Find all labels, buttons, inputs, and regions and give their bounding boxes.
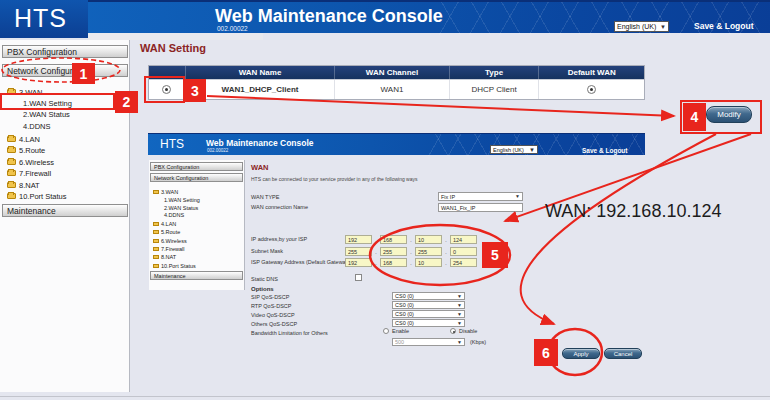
static-dns-checkbox[interactable] bbox=[355, 274, 362, 281]
row-select-radio[interactable] bbox=[162, 85, 171, 94]
ip-octet-input[interactable]: 192 bbox=[345, 235, 372, 244]
mask-octet-input[interactable]: 255 bbox=[380, 247, 407, 256]
cell-wan-name: WAN1_DHCP_Client bbox=[186, 80, 335, 99]
table-row: WAN1_DHCP_Client WAN1 DHCP Client bbox=[149, 79, 644, 99]
folder-icon bbox=[153, 264, 159, 268]
sidebar-item-wan[interactable]: 3.WAN bbox=[0, 87, 128, 97]
inset-item-lan[interactable]: 4.LAN bbox=[149, 220, 244, 227]
gateway-label: ISP Gateway Address (Default Gateway) bbox=[251, 259, 350, 265]
video-qos-select[interactable]: CS0 (0) ▼ bbox=[392, 310, 465, 318]
chevron-down-icon: ▼ bbox=[457, 340, 462, 345]
sidebar-item-ddns[interactable]: 4.DDNS bbox=[0, 121, 128, 131]
inset-item-port-status[interactable]: 10.Port Status bbox=[149, 262, 244, 269]
ip-address-row: 192.168.10.124 bbox=[345, 235, 477, 244]
inset-section-pbx[interactable]: PBX Configuration bbox=[150, 162, 243, 171]
mask-octet-input[interactable]: 0 bbox=[450, 247, 477, 256]
header-ledge bbox=[88, 33, 263, 40]
sidebar-section-network[interactable]: Network Configuration bbox=[2, 64, 128, 77]
gateway-row: 192.168.10.254 bbox=[345, 258, 477, 267]
sidebar: PBX Configuration Network Configuration … bbox=[0, 40, 130, 392]
sidebar-section-maintenance[interactable]: Maintenance bbox=[2, 204, 128, 217]
rtp-qos-select[interactable]: CS0 (0) ▼ bbox=[392, 301, 465, 309]
page-title: WAN Setting bbox=[140, 42, 206, 54]
apply-button[interactable]: Apply bbox=[562, 348, 600, 359]
sidebar-item-nat[interactable]: 8.NAT bbox=[0, 180, 128, 190]
logo-tab: HTS bbox=[0, 0, 88, 38]
inset-item-route[interactable]: 5.Route bbox=[149, 228, 244, 235]
bandwidth-value-select[interactable]: 500 ▼ bbox=[392, 338, 465, 346]
mask-octet-input[interactable]: 255 bbox=[415, 247, 442, 256]
inset-item-wan-status[interactable]: 2.WAN Status bbox=[149, 204, 244, 211]
folder-icon bbox=[7, 182, 16, 188]
sidebar-item-wireless[interactable]: 6.Wireless bbox=[0, 157, 128, 167]
ip-octet-input[interactable]: 124 bbox=[450, 235, 477, 244]
sidebar-item-wan-status[interactable]: 2.WAN Status bbox=[0, 109, 128, 119]
sip-qos-label: SIP QoS-DSCP bbox=[251, 294, 289, 300]
chevron-down-icon: ▼ bbox=[457, 303, 462, 308]
step-marker-5: 5 bbox=[482, 242, 508, 268]
sidebar-item-lan[interactable]: 4.LAN bbox=[0, 134, 128, 144]
inset-save-logout-link[interactable]: Save & Logout bbox=[582, 147, 628, 154]
sip-qos-select[interactable]: CS0 (0) ▼ bbox=[392, 292, 465, 300]
cell-wan-channel: WAN1 bbox=[335, 80, 450, 99]
folder-icon bbox=[7, 159, 16, 165]
chevron-down-icon: ▼ bbox=[457, 294, 462, 299]
folder-icon bbox=[153, 255, 159, 259]
inset-header: HTS Web Maintenance Console 002.00022 En… bbox=[148, 133, 645, 155]
wan-name-label: WAN connection Name bbox=[251, 204, 308, 210]
enable-radio[interactable] bbox=[383, 328, 389, 334]
cell-type: DHCP Client bbox=[450, 80, 540, 99]
sidebar-section-pbx[interactable]: PBX Configuration bbox=[2, 45, 128, 58]
folder-icon bbox=[7, 136, 16, 142]
inset-language-select[interactable]: English (UK) ▼ bbox=[490, 145, 538, 154]
inset-item-ddns[interactable]: 4.DDNS bbox=[149, 211, 244, 218]
folder-icon bbox=[153, 230, 159, 234]
folder-icon bbox=[153, 190, 159, 194]
col-default-wan: Default WAN bbox=[539, 66, 644, 79]
wan-type-select[interactable]: Fix IP ▼ bbox=[438, 192, 523, 201]
save-logout-link[interactable]: Save & Logout bbox=[694, 21, 754, 31]
disable-radio[interactable] bbox=[450, 328, 456, 334]
options-title: Options bbox=[251, 286, 274, 292]
inset-app-version: 002.00022 bbox=[207, 148, 228, 153]
inset-description: HTS can be connected to your service pro… bbox=[251, 176, 417, 182]
inset-section-network[interactable]: Network Configuration bbox=[150, 173, 243, 182]
annotation-note: WAN: 192.168.10.124 bbox=[545, 201, 721, 222]
default-wan-radio[interactable] bbox=[587, 85, 596, 94]
wan-name-input[interactable]: WAN1_Fix_IP bbox=[438, 203, 523, 212]
mask-octet-input[interactable]: 255 bbox=[345, 247, 372, 256]
step-marker-2: 2 bbox=[115, 91, 138, 113]
gateway-octet-input[interactable]: 254 bbox=[450, 258, 477, 267]
bandwidth-disable-option[interactable]: Disable bbox=[450, 328, 477, 334]
kbps-label: (Kbps) bbox=[470, 339, 486, 345]
inset-item-firewall[interactable]: 7.Firewall bbox=[149, 245, 244, 252]
inset-item-wan[interactable]: 3.WAN bbox=[149, 188, 244, 195]
col-wan-channel: WAN Channel bbox=[335, 66, 450, 79]
inset-item-wireless[interactable]: 6.Wireless bbox=[149, 237, 244, 244]
modify-button[interactable]: Modify bbox=[706, 106, 752, 123]
folder-icon bbox=[153, 239, 159, 243]
inset-sidebar: PBX Configuration Network Configuration … bbox=[149, 160, 245, 290]
language-select[interactable]: English (UK) ▼ bbox=[614, 21, 669, 32]
bandwidth-enable-option[interactable]: Enable bbox=[383, 328, 409, 334]
others-qos-select[interactable]: CS0 (0) ▼ bbox=[392, 319, 465, 327]
ip-octet-input[interactable]: 168 bbox=[380, 235, 407, 244]
inset-section-maintenance[interactable]: Maintenance bbox=[150, 271, 243, 280]
cancel-button[interactable]: Cancel bbox=[604, 348, 642, 359]
folder-icon bbox=[7, 170, 16, 176]
sidebar-item-firewall[interactable]: 7.Firewall bbox=[0, 168, 128, 178]
app-header: Web Maintenance Console 002.00022 Englis… bbox=[0, 0, 770, 33]
col-wan-name: WAN Name bbox=[186, 66, 335, 79]
inset-item-wan-setting[interactable]: 1.WAN Setting bbox=[149, 196, 244, 203]
sidebar-item-wan-setting[interactable]: 1.WAN Setting bbox=[0, 98, 128, 108]
page: Web Maintenance Console 002.00022 Englis… bbox=[0, 0, 770, 400]
ip-octet-input[interactable]: 10 bbox=[415, 235, 442, 244]
folder-icon bbox=[153, 247, 159, 251]
gateway-octet-input[interactable]: 10 bbox=[415, 258, 442, 267]
sidebar-item-port-status[interactable]: 10.Port Status bbox=[0, 191, 128, 201]
sidebar-item-route[interactable]: 5.Route bbox=[0, 145, 128, 155]
folder-icon bbox=[7, 147, 16, 153]
inset-item-nat[interactable]: 8.NAT bbox=[149, 253, 244, 260]
gateway-octet-input[interactable]: 168 bbox=[380, 258, 407, 267]
gateway-octet-input[interactable]: 192 bbox=[345, 258, 372, 267]
